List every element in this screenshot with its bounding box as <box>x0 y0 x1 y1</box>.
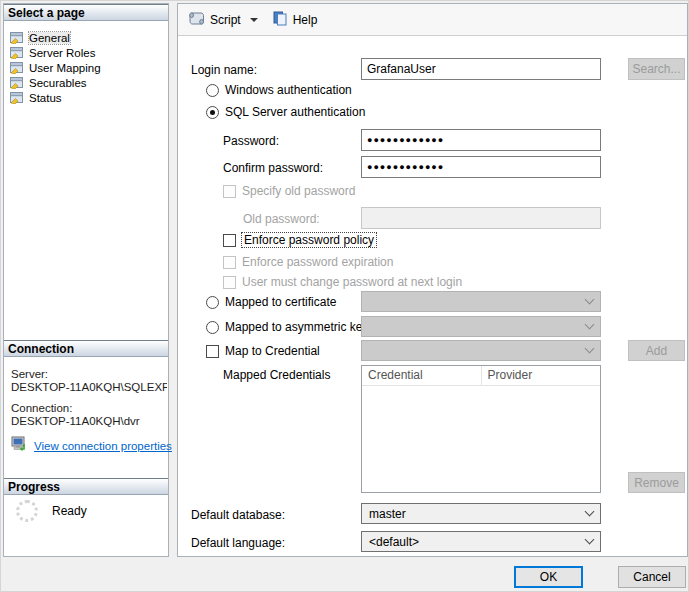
enforce-expiration-row: Enforce password expiration <box>223 255 393 269</box>
page-icon <box>9 76 24 89</box>
general-page-form: Login name: Search... Windows authentica… <box>178 37 687 556</box>
mapped-asymmetric-label[interactable]: Mapped to asymmetric key <box>225 320 368 334</box>
chevron-down-icon <box>585 507 595 517</box>
progress-status: Ready <box>52 504 87 518</box>
progress-status-row: Ready <box>16 500 87 522</box>
default-language-value: <default> <box>369 535 419 549</box>
progress-spinner-icon <box>16 500 38 522</box>
login-name-label: Login name: <box>191 63 257 77</box>
script-button-label: Script <box>210 13 241 27</box>
mapped-credentials-label: Mapped Credentials <box>223 368 330 382</box>
help-button-label: Help <box>293 13 318 27</box>
login-properties-dialog: Select a page General Server Roles User … <box>0 0 689 592</box>
page-icon <box>9 61 24 74</box>
table-column-provider[interactable]: Provider <box>482 366 601 385</box>
chevron-down-icon <box>585 344 595 354</box>
default-language-label: Default language: <box>191 536 285 550</box>
mapped-certificate-radio[interactable] <box>206 296 219 309</box>
server-label: Server: <box>11 368 48 380</box>
sidebar-item-status[interactable]: Status <box>6 90 166 105</box>
chevron-down-icon <box>585 295 595 305</box>
enforce-expiration-checkbox <box>223 256 236 269</box>
select-a-page-title: Select a page <box>8 6 85 20</box>
sidebar-item-user-mapping[interactable]: User Mapping <box>6 60 166 75</box>
specify-old-password-row: Specify old password <box>223 184 355 198</box>
page-icon <box>9 31 24 44</box>
sidebar-item-label: User Mapping <box>29 62 101 74</box>
sidebar-item-label: Securables <box>29 77 87 89</box>
remove-button: Remove <box>628 472 685 493</box>
sql-auth-row: SQL Server authentication <box>206 105 365 119</box>
must-change-password-label: User must change password at next login <box>242 275 462 289</box>
sidebar-item-label: Server Roles <box>29 47 95 59</box>
enforce-policy-checkbox[interactable] <box>223 234 236 247</box>
enforce-policy-label[interactable]: Enforce password policy <box>242 233 376 247</box>
mapped-certificate-label[interactable]: Mapped to certificate <box>225 295 336 309</box>
map-credential-checkbox[interactable] <box>206 345 219 358</box>
login-name-input[interactable] <box>361 58 601 80</box>
credential-combobox <box>361 340 601 361</box>
connection-title: Connection <box>8 342 74 356</box>
sidebar-item-general[interactable]: General <box>6 30 166 45</box>
table-header-row: Credential Provider <box>362 366 600 386</box>
connection-value: DESKTOP-11A0KQH\dvr <box>11 415 167 427</box>
sql-auth-label[interactable]: SQL Server authentication <box>225 105 365 119</box>
connection-label: Connection: <box>11 402 72 414</box>
mapped-certificate-row: Mapped to certificate <box>206 295 336 309</box>
specify-old-password-checkbox <box>223 185 236 198</box>
main-panel: Script Help Login name: Search... Window… <box>177 3 688 557</box>
windows-auth-radio[interactable] <box>206 84 219 97</box>
sql-auth-radio[interactable] <box>206 106 219 119</box>
server-value: DESKTOP-11A0KQH\SQLEXPRE <box>11 381 167 393</box>
chevron-down-icon <box>585 535 595 545</box>
sidebar-item-label: Status <box>29 92 62 104</box>
sidebar: Select a page General Server Roles User … <box>3 3 169 557</box>
password-input[interactable] <box>361 129 601 151</box>
password-label: Password: <box>223 134 279 148</box>
specify-old-password-label: Specify old password <box>242 184 355 198</box>
sidebar-item-server-roles[interactable]: Server Roles <box>6 45 166 60</box>
help-book-icon <box>272 11 288 29</box>
dialog-footer: OK Cancel <box>1 559 689 592</box>
sidebar-item-securables[interactable]: Securables <box>6 75 166 90</box>
monitor-icon <box>11 436 29 456</box>
mapped-asymmetric-row: Mapped to asymmetric key <box>206 320 368 334</box>
map-credential-label[interactable]: Map to Credential <box>225 344 320 358</box>
confirm-password-label: Confirm password: <box>223 161 323 175</box>
certificate-combobox <box>361 291 601 312</box>
windows-auth-row: Windows authentication <box>206 83 352 97</box>
must-change-password-checkbox <box>223 276 236 289</box>
cancel-button[interactable]: Cancel <box>618 566 686 588</box>
select-a-page-header: Select a page <box>4 4 168 21</box>
page-list: General Server Roles User Mapping Secura… <box>6 30 166 105</box>
default-language-combobox[interactable]: <default> <box>361 531 601 552</box>
page-icon <box>9 46 24 59</box>
asymmetric-key-combobox <box>361 316 601 337</box>
progress-header: Progress <box>4 478 168 495</box>
toolbar: Script Help <box>178 4 687 36</box>
default-database-value: master <box>369 507 406 521</box>
default-database-label: Default database: <box>191 508 285 522</box>
view-connection-properties-row: View connection properties <box>11 436 172 456</box>
help-button[interactable]: Help <box>272 11 318 29</box>
windows-auth-label[interactable]: Windows authentication <box>225 83 352 97</box>
page-icon <box>9 91 24 104</box>
script-dropdown-arrow-icon <box>250 18 258 22</box>
map-credential-row: Map to Credential <box>206 344 320 358</box>
enforce-expiration-label: Enforce password expiration <box>242 255 393 269</box>
mapped-credentials-table[interactable]: Credential Provider <box>361 365 601 493</box>
add-button: Add <box>628 340 685 361</box>
old-password-input <box>361 207 601 229</box>
enforce-policy-row: Enforce password policy <box>223 233 376 247</box>
chevron-down-icon <box>585 320 595 330</box>
default-database-combobox[interactable]: master <box>361 503 601 524</box>
table-column-credential[interactable]: Credential <box>362 366 482 385</box>
confirm-password-input[interactable] <box>361 156 601 178</box>
progress-title: Progress <box>8 480 60 494</box>
old-password-label: Old password: <box>243 212 320 226</box>
script-button[interactable]: Script <box>188 11 258 28</box>
must-change-password-row: User must change password at next login <box>223 275 462 289</box>
view-connection-properties-link[interactable]: View connection properties <box>34 440 172 452</box>
ok-button[interactable]: OK <box>514 566 583 588</box>
mapped-asymmetric-radio[interactable] <box>206 321 219 334</box>
